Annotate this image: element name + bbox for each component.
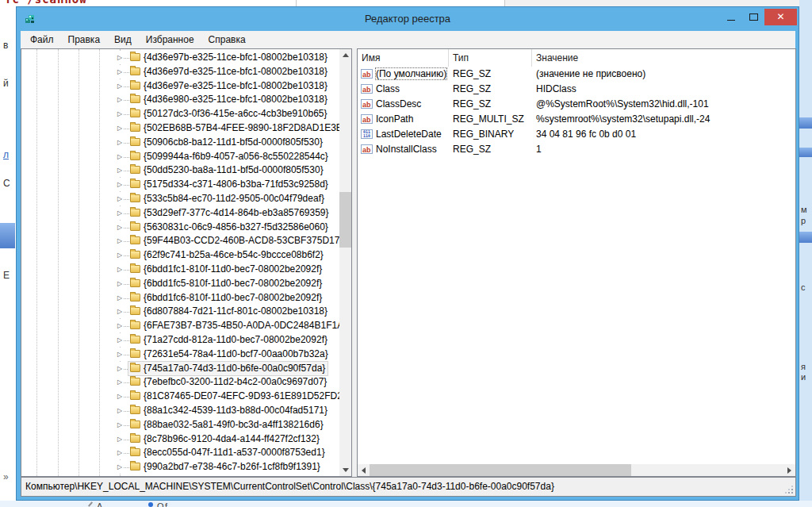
value-row[interactable]: LastDeleteDate REG_BINARY 34 04 81 96 fc… [358, 127, 795, 142]
tree-item-label: {72631e54-78a4-11d0-bcf7-00aa00b7b32a} [144, 348, 328, 359]
tree-item[interactable]: ▷{8c78b96c-9120-4da4-a144-ff427f2cf132} [21, 432, 339, 447]
tree-item[interactable]: ▷{502EB68B-57B4-4FEE-9890-18F2D8AD1E3E} [21, 121, 339, 136]
background-text-fragment: Q [157, 501, 164, 507]
value-data: 34 04 81 96 fc 0b d0 01 [532, 127, 795, 142]
tree-item[interactable]: ▷{5175d334-c371-4806-b3ba-71fd53c9258d} [21, 178, 339, 192]
value-type: REG_SZ [449, 142, 532, 157]
scrollbar-thumb[interactable] [339, 192, 351, 248]
tree-item-label: {59F44B03-CCD2-460B-ACD8-53CBF375D174} [144, 235, 348, 246]
scroll-right-button[interactable] [783, 464, 795, 476]
close-icon: ✕ [776, 9, 784, 25]
tree-item[interactable]: ▷{50127dc3-0f36-415e-a6cc-4cb3be910b65} [21, 107, 339, 121]
tree-item[interactable]: ▷{4d36e97b-e325-11ce-bfc1-08002be10318} [21, 51, 339, 65]
background-divider [504, 0, 505, 6]
tree-item[interactable]: ▷{6d807884-7d21-11cf-801c-08002be10318} [21, 305, 339, 319]
tree-item[interactable]: ▷{72631e54-78a4-11d0-bcf7-00aa00b7b32a} [21, 348, 339, 362]
menu-view[interactable]: Вид [107, 31, 139, 48]
tree-item[interactable]: ▷{62f9c741-b25a-46ce-b54c-9bccce08b6f2} [21, 248, 339, 263]
tree-item-label: {50dd5230-ba8a-11d1-bf5d-0000f805f530} [144, 164, 324, 175]
tree-item-label: {50906cb8-ba12-11d1-bf5d-0000f805f530} [144, 136, 323, 148]
folder-icon [130, 152, 140, 160]
value-row[interactable]: NoInstallClass REG_SZ 1 [358, 142, 795, 157]
tree-item-label: {5175d334-c371-4806-b3ba-71fd53c9258d} [144, 179, 328, 190]
column-header-value[interactable]: Значение [532, 49, 795, 67]
folder-icon [130, 67, 140, 75]
close-button[interactable]: ✕ [764, 9, 797, 25]
folder-icon [130, 448, 140, 456]
tree-item[interactable]: ▷{6FAE73B7-B735-4B50-A0DA-0DC2484B1F1A} [21, 319, 339, 333]
background-text-fragment: в [3, 40, 8, 51]
menu-file[interactable]: Файл [23, 31, 61, 48]
tree-item[interactable]: ▷{4d36e980-e325-11ce-bfc1-08002be10318} [21, 93, 339, 107]
value-name: ClassDesc [376, 98, 421, 109]
resize-grip-icon[interactable] [784, 485, 794, 494]
value-name: LastDeleteDate [376, 129, 442, 140]
menu-help[interactable]: Справка [201, 31, 253, 48]
tree-item[interactable]: ▷{88bae032-5a81-49f0-bc3d-a4ff138216d6} [21, 418, 339, 432]
value-row[interactable]: IconPath REG_MULTI_SZ %systemroot%\syste… [358, 112, 795, 127]
menu-edit[interactable]: Правка [61, 31, 108, 48]
folder-icon [130, 209, 140, 217]
tree-item[interactable]: ▷{5099944a-f6b9-4057-a056-8c550228544c} [21, 150, 339, 164]
background-text-fragment: м [801, 205, 807, 214]
background-titlebar-fragment [799, 148, 812, 157]
tree-item-label: {7ebefbc0-3200-11d2-b4c2-00a0c9697d07} [144, 376, 327, 387]
value-row[interactable]: Class REG_SZ HIDClass [358, 82, 795, 97]
value-row[interactable]: (По умолчанию) REG_SZ (значение не присв… [358, 67, 795, 82]
tree-item[interactable]: ▷{6bdd1fc5-810f-11d0-bec7-08002be2092f} [21, 277, 339, 291]
folder-icon [130, 463, 140, 471]
tree-item[interactable]: ▷{7ebefbc0-3200-11d2-b4c2-00a0c9697d07} [21, 375, 339, 390]
tree-item[interactable]: ▷{4d36e97e-e325-11ce-bfc1-08002be10318} [21, 79, 339, 94]
tree-vertical-scrollbar[interactable] [339, 49, 351, 476]
tree-item-label: {6d807884-7d21-11cf-801c-08002be10318} [144, 305, 327, 317]
tree-item[interactable]: ▷{59F44B03-CCD2-460B-ACD8-53CBF375D174} [21, 234, 339, 248]
tree-item-label: {8c78b96c-9120-4da4-a144-ff427f2cf132} [144, 433, 320, 444]
tree-item[interactable]: ▷{50dd5230-ba8a-11d1-bf5d-0000f805f530} [21, 163, 339, 178]
tree-item-label: {4d36e97e-e325-11ce-bfc1-08002be10318} [144, 80, 327, 91]
tree-item[interactable]: ▷{50906cb8-ba12-11d1-bf5d-0000f805f530} [21, 136, 339, 150]
value-row[interactable]: ClassDesc REG_SZ @%SystemRoot%\System32\… [358, 97, 795, 112]
tree-item[interactable]: ▷{4d36e97d-e325-11ce-bfc1-08002be10318} [21, 65, 339, 79]
minimize-button[interactable] [720, 9, 742, 25]
value-type: REG_SZ [449, 67, 532, 82]
tree-item[interactable]: ▷{5630831c-06c9-4856-b327-f5d32586e060} [21, 221, 339, 235]
column-header-name[interactable]: Имя [358, 49, 449, 67]
scroll-down-button[interactable] [339, 464, 351, 476]
folder-icon [130, 364, 140, 372]
tree-item[interactable]: ▷{88a1c342-4539-11d3-b88d-00c04fad5171} [21, 404, 339, 418]
folder-icon [130, 421, 140, 428]
tree-item[interactable]: ▷{71a27cdd-812a-11d0-bec7-08002be2092f} [21, 333, 339, 348]
background-titlebar-fragment [799, 232, 812, 243]
maximize-button[interactable] [742, 9, 764, 25]
scroll-up-button[interactable] [339, 49, 351, 61]
background-text-fragment: р [801, 216, 806, 225]
background-text-fragment: С [3, 178, 10, 189]
tree-item[interactable]: ▷{6bdd1fc1-810f-11d0-bec7-08002be2092f} [21, 263, 339, 277]
column-header-type[interactable]: Тип [449, 49, 532, 67]
values-horizontal-scrollbar[interactable] [358, 464, 795, 476]
scroll-left-button[interactable] [358, 464, 370, 476]
string-value-icon [361, 144, 373, 154]
string-value-icon [361, 99, 373, 109]
tree-item[interactable]: ▷{990a2bd7-e738-46c7-b26f-1cf8fb9f1391} [21, 460, 339, 474]
tree-item-label: {502EB68B-57B4-4FEE-9890-18F2D8AD1E3E} [144, 122, 346, 133]
tree-item[interactable]: ▷{81C87465-DE07-4EFC-9D93-61E891D52FD2} [21, 390, 339, 404]
tree-item[interactable]: ▷{533c5b84-ec70-11d2-9505-00c04f79deaf} [21, 192, 339, 206]
tree-item-label: {4d36e980-e325-11ce-bfc1-08002be10318} [144, 94, 327, 105]
tree-item[interactable]: ▷{53d29ef7-377c-4d14-864b-eb3a85769359} [21, 206, 339, 221]
background-titlebar-fragment [799, 117, 812, 129]
tree-item[interactable]: ▷{8ecc055d-047f-11d1-a537-0000f8753ed1} [21, 446, 339, 460]
scrollbar-thumb[interactable] [370, 464, 631, 476]
tree-item-label: {533c5b84-ec70-11d2-9505-00c04f79deaf} [144, 193, 324, 204]
folder-icon [130, 406, 140, 414]
arrow-down-icon [343, 468, 349, 472]
binary-value-icon [361, 129, 373, 139]
tree-item-label: {8ecc055d-047f-11d1-a537-0000f8753ed1} [144, 447, 325, 458]
tree-item-selected[interactable]: ▷{745a17a0-74d3-11d0-b6fe-00a0c90f57da} [21, 362, 339, 376]
console-command-text: fc /scannow [5, 0, 87, 6]
folder-icon [130, 251, 140, 259]
menu-favorites[interactable]: Избранное [139, 31, 201, 48]
tree-item-label: {6bdd1fc1-810f-11d0-bec7-08002be2092f} [144, 263, 322, 275]
tree-item[interactable]: ▷{6bdd1fc6-810f-11d0-bec7-08002be2092f} [21, 291, 339, 305]
titlebar[interactable]: Редактор реестра ✕ [17, 7, 799, 31]
